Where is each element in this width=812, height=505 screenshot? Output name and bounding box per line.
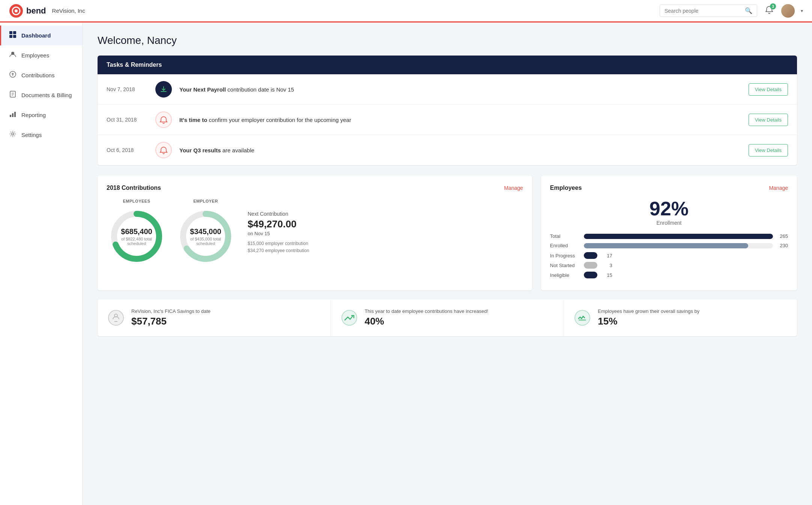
- sidebar-label-dashboard: Dashboard: [21, 32, 51, 39]
- contributions-card-header: 2018 Contributions Manage: [107, 185, 523, 191]
- task-bold-1: Your Next Payroll: [179, 86, 226, 93]
- stat-count-enrolled: 230: [777, 243, 788, 248]
- next-contrib-detail2: $34,270 employee contribution: [248, 247, 309, 254]
- logo-icon: [9, 4, 23, 18]
- sidebar-item-documents-billing[interactable]: Documents & Billing: [0, 85, 82, 105]
- task-date-1: Nov 7, 2018: [107, 86, 148, 92]
- svg-point-13: [12, 133, 14, 135]
- task-rest-3: are available: [221, 147, 254, 153]
- contributions-title: 2018 Contributions: [107, 185, 161, 191]
- savings-desc: Employees have grown their overall savin…: [598, 308, 699, 314]
- svg-rect-4: [13, 31, 16, 34]
- settings-icon: [9, 130, 17, 140]
- logo: bend: [9, 4, 46, 18]
- task-text-3: Your Q3 results are available: [179, 147, 741, 153]
- bottom-stats-row: ReVision, Inc's FICA Savings to date $57…: [98, 299, 797, 336]
- next-contrib-amount: $49,270.00: [248, 218, 309, 230]
- stat-label-ineligible: Ineligible: [550, 272, 580, 278]
- dashboard-icon: [9, 31, 17, 40]
- enrollment-section: 92% Enrollment: [550, 199, 788, 226]
- growth-value: 40%: [365, 316, 489, 327]
- stat-label-inprogress: In Progress: [550, 253, 580, 259]
- employees-manage-link[interactable]: Manage: [769, 185, 788, 191]
- stat-pill-row-notstarted: Not Started 3: [550, 262, 788, 269]
- next-contrib-label: Next Contribution: [248, 211, 309, 217]
- svg-rect-12: [14, 112, 16, 117]
- svg-rect-23: [579, 319, 586, 321]
- task-bold-2: It's time to: [179, 117, 207, 123]
- sidebar-item-reporting[interactable]: Reporting: [0, 105, 82, 125]
- header: bend ReVision, Inc 🔍 3 ▾: [0, 0, 812, 23]
- employer-amount: $345,000: [190, 227, 221, 236]
- stat-card-fica: ReVision, Inc's FICA Savings to date $57…: [98, 299, 331, 336]
- sidebar-item-employees[interactable]: Employees: [0, 45, 82, 65]
- logo-text: bend: [26, 6, 46, 16]
- sidebar-label-employees: Employees: [21, 52, 49, 59]
- view-details-button-3[interactable]: View Details: [749, 144, 788, 156]
- stat-label-total: Total: [550, 233, 580, 239]
- stat-row-total: Total 265: [550, 233, 788, 239]
- sidebar-label-reporting: Reporting: [21, 112, 46, 118]
- sidebar-item-settings[interactable]: Settings: [0, 125, 82, 145]
- tasks-reminders-card: Tasks & Reminders Nov 7, 2018 Your Next …: [98, 56, 797, 165]
- employer-donut-label: EMPLOYER: [193, 199, 218, 203]
- sidebar-item-contributions[interactable]: Contributions: [0, 65, 82, 85]
- notification-button[interactable]: 3: [763, 4, 775, 17]
- stat-count-notstarted: 3: [601, 263, 612, 268]
- growth-desc: This year to date employee contributions…: [365, 308, 489, 314]
- stat-count-total: 265: [777, 233, 788, 239]
- task-icon-3: [155, 142, 172, 158]
- employer-sub: of $435,000 total scheduled: [190, 237, 221, 246]
- search-icon: 🔍: [745, 7, 752, 14]
- stat-card-savings: Employees have grown their overall savin…: [564, 299, 797, 336]
- stat-bar-enrolled-wrap: [584, 243, 773, 248]
- header-right: 🔍 3 ▾: [660, 4, 803, 18]
- task-date-2: Oct 31, 2018: [107, 117, 148, 123]
- search-bar[interactable]: 🔍: [660, 5, 757, 17]
- sidebar-item-dashboard[interactable]: Dashboard: [0, 26, 82, 45]
- contributions-manage-link[interactable]: Manage: [504, 185, 523, 191]
- employees-amount: $685,400: [121, 227, 152, 236]
- documents-icon: [9, 90, 17, 100]
- stat-pill-row-ineligible: Ineligible 15: [550, 272, 788, 278]
- tasks-header: Tasks & Reminders: [98, 56, 797, 74]
- fica-desc: ReVision, Inc's FICA Savings to date: [131, 308, 211, 314]
- fica-text: ReVision, Inc's FICA Savings to date $57…: [131, 308, 211, 327]
- employees-donut-label: EMPLOYEES: [123, 199, 150, 203]
- svg-point-2: [15, 9, 18, 12]
- stat-bar-total: [584, 234, 773, 239]
- growth-text: This year to date employee contributions…: [365, 308, 489, 327]
- sidebar-label-contributions: Contributions: [21, 72, 54, 78]
- view-details-button-2[interactable]: View Details: [749, 114, 788, 126]
- sidebar: Dashboard Employees Contributions Docume…: [0, 23, 83, 505]
- stat-pill-inprogress: [584, 252, 597, 259]
- next-contrib-date: on Nov 15: [248, 231, 309, 236]
- contributions-icon: [9, 71, 17, 80]
- stat-pill-notstarted: [584, 262, 597, 269]
- task-bold-3: Your Q3 results: [179, 147, 221, 153]
- sidebar-label-settings: Settings: [21, 132, 42, 138]
- task-row-2: Oct 31, 2018 It's time to confirm your e…: [98, 105, 797, 135]
- enrollment-percentage: 92%: [550, 199, 788, 218]
- search-input[interactable]: [665, 8, 743, 14]
- fica-value: $57,785: [131, 316, 211, 327]
- employer-donut: $345,000 of $435,000 total scheduled: [176, 206, 236, 266]
- stat-bar-enrolled: [584, 243, 749, 248]
- reporting-icon: [9, 110, 17, 120]
- main-content: Welcome, Nancy Tasks & Reminders Nov 7, …: [83, 23, 812, 505]
- employees-icon: [9, 51, 17, 60]
- view-details-button-1[interactable]: View Details: [749, 83, 788, 96]
- employees-card-header: Employees Manage: [550, 185, 788, 191]
- task-text-2: It's time to confirm your employer contr…: [179, 117, 741, 123]
- employer-donut-section: EMPLOYER $345,000 of $435,000 total sche…: [176, 199, 236, 266]
- task-row-1: Nov 7, 2018 Your Next Payroll contributi…: [98, 74, 797, 105]
- contributions-content: EMPLOYEES $685,400 of $822,480 total sch…: [107, 199, 523, 266]
- stat-pill-row-inprogress: In Progress 17: [550, 252, 788, 259]
- chevron-down-icon[interactable]: ▾: [801, 8, 803, 14]
- stat-label-notstarted: Not Started: [550, 263, 580, 268]
- avatar[interactable]: [781, 4, 795, 18]
- svg-rect-14: [161, 91, 167, 92]
- stat-count-ineligible: 15: [601, 272, 612, 278]
- employer-donut-text: $345,000 of $435,000 total scheduled: [190, 227, 221, 246]
- task-rest-1: contribution date is Nov 15: [226, 86, 294, 93]
